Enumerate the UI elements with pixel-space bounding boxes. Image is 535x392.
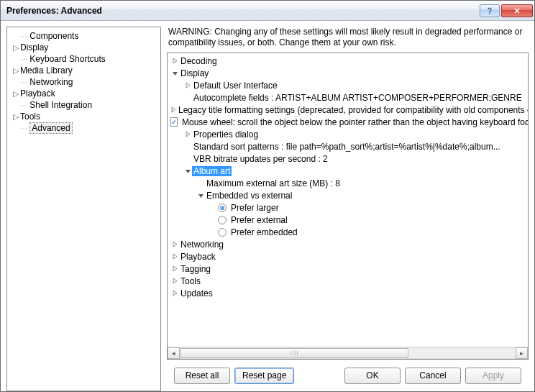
tree-item-default-ui[interactable]: Default User Interface [168, 79, 528, 91]
tree-item-display[interactable]: Display [168, 67, 528, 79]
expand-icon[interactable] [183, 131, 192, 137]
reset-all-button[interactable]: Reset all [174, 368, 230, 384]
expand-icon[interactable] [170, 106, 177, 113]
category-tree[interactable]: ···Components ▷Display ···Keyboard Short… [6, 27, 161, 391]
sidebar-item-tools[interactable]: ▷Tools [9, 111, 159, 122]
tree-item-properties-dialog[interactable]: Properties dialog [168, 128, 528, 140]
expand-icon[interactable] [170, 265, 179, 272]
collapse-icon[interactable] [183, 168, 192, 174]
expand-icon[interactable] [170, 58, 179, 64]
help-button[interactable] [480, 4, 500, 17]
tree-item-networking[interactable]: Networking [168, 238, 528, 250]
cancel-button[interactable]: Cancel [405, 368, 461, 384]
expand-icon[interactable] [170, 241, 179, 247]
sidebar-item-keyboard-shortcuts[interactable]: ···Keyboard Shortcuts [9, 53, 159, 65]
sidebar-item-shell-integration[interactable]: ···Shell Integration [9, 99, 159, 111]
scrollbar-track[interactable] [180, 347, 516, 359]
expand-icon[interactable] [170, 253, 179, 260]
settings-tree-container: Decoding Display Default User Interface … [167, 53, 529, 360]
settings-tree[interactable]: Decoding Display Default User Interface … [168, 53, 528, 347]
window-buttons [478, 4, 533, 17]
main-panel: WARNING: Changing any of these settings … [167, 27, 529, 391]
tree-item-legacy-title[interactable]: Legacy title formatting settings (deprec… [168, 104, 528, 116]
title-bar: Preferences: Advanced [1, 1, 534, 21]
tree-item-prefer-external[interactable]: Prefer external [168, 214, 528, 226]
ok-button[interactable]: OK [344, 368, 401, 384]
tree-item-decoding[interactable]: Decoding [168, 55, 528, 67]
expand-icon[interactable]: ▷ [12, 66, 20, 76]
tree-item-sort-patterns[interactable]: Standard sort patterns : file path=%path… [168, 140, 528, 152]
sidebar-item-advanced[interactable]: ···Advanced [9, 122, 159, 134]
tree-item-autocomplete[interactable]: Autocomplete fields : ARTIST+ALBUM ARTIS… [168, 91, 528, 104]
scrollbar-thumb[interactable] [180, 348, 408, 358]
scroll-right-button[interactable]: ▸ [516, 347, 528, 359]
preferences-window: Preferences: Advanced ···Components ▷Dis… [0, 0, 535, 392]
expand-icon[interactable] [183, 82, 192, 88]
expand-icon[interactable]: ▷ [12, 89, 20, 99]
radio-unselected-icon[interactable] [218, 228, 227, 237]
close-button[interactable] [501, 4, 533, 17]
tree-item-prefer-larger[interactable]: Prefer larger [168, 201, 528, 214]
collapse-icon[interactable] [196, 192, 205, 199]
tree-item-playback[interactable]: Playback [168, 250, 528, 263]
tree-item-updates[interactable]: Updates [168, 287, 528, 299]
tree-item-tagging[interactable]: Tagging [168, 263, 528, 275]
radio-unselected-icon[interactable] [218, 216, 227, 224]
sidebar-item-media-library[interactable]: ▷Media Library [9, 65, 159, 76]
collapse-icon[interactable] [170, 70, 179, 76]
radio-selected-icon[interactable] [218, 204, 227, 212]
tree-item-vbr[interactable]: VBR bitrate updates per second : 2 [168, 152, 528, 165]
expand-icon[interactable]: ▷ [12, 43, 20, 53]
tree-item-mouse-wheel[interactable]: ✓Mouse wheel: scroll the object below th… [168, 116, 528, 128]
window-title: Preferences: Advanced [6, 6, 478, 16]
expand-icon[interactable] [170, 278, 179, 284]
tree-item-album-art[interactable]: Album art [168, 165, 528, 177]
dialog-footer: Reset all Reset page OK Cancel Apply [167, 360, 529, 391]
horizontal-scrollbar[interactable]: ◂ ▸ [168, 347, 528, 359]
checkbox-checked-icon[interactable]: ✓ [170, 117, 178, 127]
tree-item-prefer-embedded[interactable]: Prefer embedded [168, 226, 528, 238]
tree-item-max-external-art[interactable]: Maximum external art size (MB) : 8 [168, 177, 528, 189]
warning-text: WARNING: Changing any of these settings … [167, 27, 529, 53]
expand-icon[interactable] [170, 290, 179, 296]
scroll-left-button[interactable]: ◂ [168, 347, 180, 359]
dialog-body: ···Components ▷Display ···Keyboard Short… [1, 21, 534, 391]
apply-button[interactable]: Apply [465, 368, 521, 384]
reset-page-button[interactable]: Reset page [234, 368, 294, 384]
tree-item-embedded-vs-external[interactable]: Embedded vs external [168, 189, 528, 201]
sidebar-item-components[interactable]: ···Components [9, 30, 159, 42]
expand-icon[interactable]: ▷ [12, 112, 20, 122]
sidebar-item-display[interactable]: ▷Display [9, 42, 159, 53]
sidebar-item-playback[interactable]: ▷Playback [9, 88, 159, 99]
tree-item-tools[interactable]: Tools [168, 275, 528, 287]
sidebar-item-networking[interactable]: ···Networking [9, 76, 159, 88]
